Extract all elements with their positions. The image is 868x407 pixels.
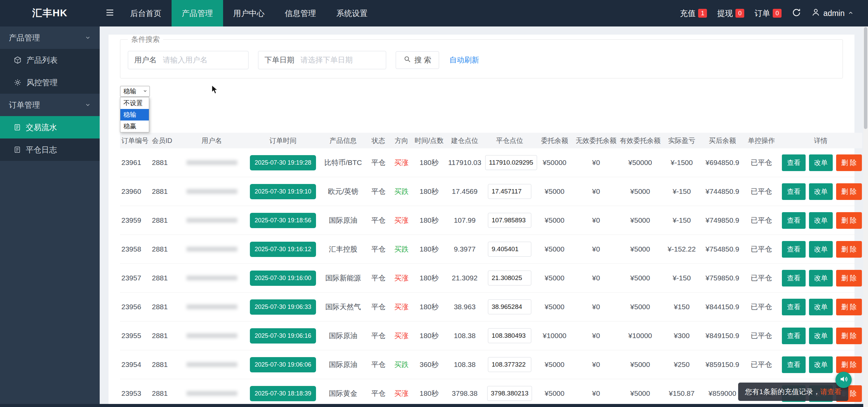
view-button[interactable]: 查看 <box>782 328 806 344</box>
cell-pnl: ¥-150 <box>662 206 701 235</box>
order-time-badge: 2025-07-30 19:18:56 <box>250 213 316 228</box>
sidebar-item-1[interactable]: 产品管理 <box>0 26 100 49</box>
edit-button[interactable]: 改单 <box>809 212 833 229</box>
view-button[interactable]: 查看 <box>782 299 806 315</box>
view-button[interactable]: 查看 <box>782 212 806 229</box>
view-button[interactable]: 查看 <box>782 270 806 286</box>
cell-member-id: 2881 <box>151 379 177 407</box>
edit-button[interactable]: 改单 <box>809 154 833 171</box>
cell-order-time: 2025-07-30 19:06:16 <box>246 321 319 350</box>
delete-button[interactable]: 删 除 <box>836 183 862 200</box>
cell-open-point: 21.3092 <box>445 264 484 293</box>
top-nav-item-3[interactable]: 用户中心 <box>223 0 275 26</box>
close-point-input[interactable]: 9.405401 <box>488 242 531 257</box>
edit-button[interactable]: 改单 <box>809 183 833 200</box>
cell-duration: 180秒 <box>413 379 445 407</box>
edit-button[interactable]: 改单 <box>809 299 833 315</box>
blurred-username <box>186 189 237 194</box>
close-point-input[interactable]: 108.377322 <box>488 357 531 372</box>
sidebar-item-3[interactable]: 风控管理 <box>0 71 100 94</box>
close-point-input[interactable]: 17.457117 <box>488 184 531 199</box>
sidebar-item-5[interactable]: 交易流水 <box>0 116 100 138</box>
order-time-badge: 2025-07-30 19:06:06 <box>250 357 316 372</box>
sidebar-item-4[interactable]: 订单管理 <box>0 94 100 116</box>
delete-button[interactable]: 删 除 <box>836 299 862 315</box>
topbar-orders-button[interactable]: 订单0 <box>754 8 782 19</box>
delete-button[interactable]: 删 除 <box>836 212 862 229</box>
table-row: 2395728812025-07-30 19:16:00国际新能源平仓买涨180… <box>120 264 862 293</box>
page-root: 汇丰HK 后台首页产品管理用户中心信息管理系统设置 充值1提现0订单0 admi… <box>0 0 868 407</box>
view-button[interactable]: 查看 <box>782 356 806 373</box>
sidebar-item-label: 平仓日志 <box>26 145 57 155</box>
cell-status: 平仓 <box>367 264 390 293</box>
user-menu[interactable]: admin <box>811 8 854 19</box>
close-point-input[interactable]: 108.380493 <box>488 328 531 343</box>
delete-button[interactable]: 删 除 <box>836 356 862 373</box>
sidebar-item-2[interactable]: 产品列表 <box>0 49 100 71</box>
refresh-button[interactable] <box>792 8 801 19</box>
close-point-input[interactable]: 107.985893 <box>488 213 531 228</box>
top-nav-item-2[interactable]: 产品管理 <box>172 0 223 26</box>
cell-close-point: 108.377322 <box>484 350 535 379</box>
cell-balance-after: ¥749850.9 <box>701 206 744 235</box>
close-point-input[interactable]: 38.965284 <box>488 299 531 314</box>
auto-refresh-link[interactable]: 自动刷新 <box>449 55 479 65</box>
top-nav-item-1[interactable]: 后台首页 <box>120 0 172 26</box>
sidebar-item-6[interactable]: 平仓日志 <box>0 138 100 161</box>
top-nav-item-4[interactable]: 信息管理 <box>275 0 326 26</box>
cell-entrust-balance: ¥10000 <box>535 321 574 350</box>
cell-open-point: 107.99 <box>445 206 484 235</box>
edit-button[interactable]: 改单 <box>809 270 833 286</box>
blurred-username <box>186 362 237 367</box>
sidebar-item-label: 订单管理 <box>9 100 40 110</box>
vertical-scrollbar[interactable] <box>863 26 868 407</box>
cell-pnl: ¥300 <box>662 321 701 350</box>
delete-button[interactable]: 删 除 <box>836 241 862 258</box>
top-nav-item-5[interactable]: 系统设置 <box>326 0 378 26</box>
col-header-12: 无效委托余额 <box>574 133 618 148</box>
delete-button[interactable]: 删 除 <box>836 270 862 286</box>
col-header-5: 产品信息 <box>319 133 367 148</box>
chevron-down-icon <box>85 35 91 41</box>
orders-badge: 0 <box>773 9 782 18</box>
select-option-1[interactable]: 不设置 <box>120 97 149 109</box>
close-point-input[interactable]: 3798.380213 <box>487 386 532 401</box>
cell-actions: 查看改单删 除 <box>779 321 862 350</box>
sound-fab-button[interactable] <box>835 372 852 388</box>
edit-button[interactable]: 改单 <box>809 241 833 258</box>
delete-button[interactable]: 删 除 <box>836 328 862 344</box>
close-point-input[interactable]: 117910.029295 <box>485 155 537 170</box>
edit-button[interactable]: 改单 <box>809 356 833 373</box>
select-option-3[interactable]: 稳赢 <box>120 121 149 132</box>
close-point-input[interactable]: 21.308025 <box>488 271 531 285</box>
cell-entrust-balance: ¥5000 <box>535 235 574 264</box>
delete-button[interactable]: 删 除 <box>836 154 862 171</box>
cell-close-point: 117910.029295 <box>484 148 535 177</box>
order-time-badge: 2025-07-30 19:19:10 <box>250 184 316 199</box>
col-header-1: 订单编号 <box>120 133 151 148</box>
select-option-2[interactable]: 稳输 <box>120 109 149 121</box>
topbar-recharge-button[interactable]: 充值1 <box>680 8 707 19</box>
menu-toggle-button[interactable] <box>100 0 120 26</box>
cell-actions: 查看改单删 除 <box>779 177 862 206</box>
toast-view-link[interactable]: 请查看 <box>820 388 842 395</box>
cell-duration: 180秒 <box>413 177 445 206</box>
order-date-input[interactable] <box>300 51 386 69</box>
cell-invalid-entrust: ¥0 <box>574 264 618 293</box>
topbar-withdraw-button[interactable]: 提现0 <box>717 8 744 19</box>
sidebar-menu: 产品管理产品列表风控管理订单管理交易流水平仓日志 <box>0 26 100 407</box>
view-button[interactable]: 查看 <box>782 241 806 258</box>
search-button[interactable]: 搜 索 <box>396 51 439 69</box>
view-button[interactable]: 查看 <box>782 154 806 171</box>
doc-icon <box>14 146 21 153</box>
mode-select[interactable]: 稳输 <box>120 86 150 97</box>
scrollbar-thumb[interactable] <box>864 27 867 129</box>
cell-actions: 查看改单删 除 <box>779 148 862 177</box>
bottom-scrollbar <box>0 404 868 407</box>
username-input[interactable] <box>162 51 248 69</box>
edit-button[interactable]: 改单 <box>809 328 833 344</box>
cell-product: 比特币/BTC <box>319 148 367 177</box>
cell-close-point: 3798.380213 <box>484 379 535 407</box>
main-area: 条件搜索 用户名 下单日期 <box>100 26 868 407</box>
view-button[interactable]: 查看 <box>782 183 806 200</box>
